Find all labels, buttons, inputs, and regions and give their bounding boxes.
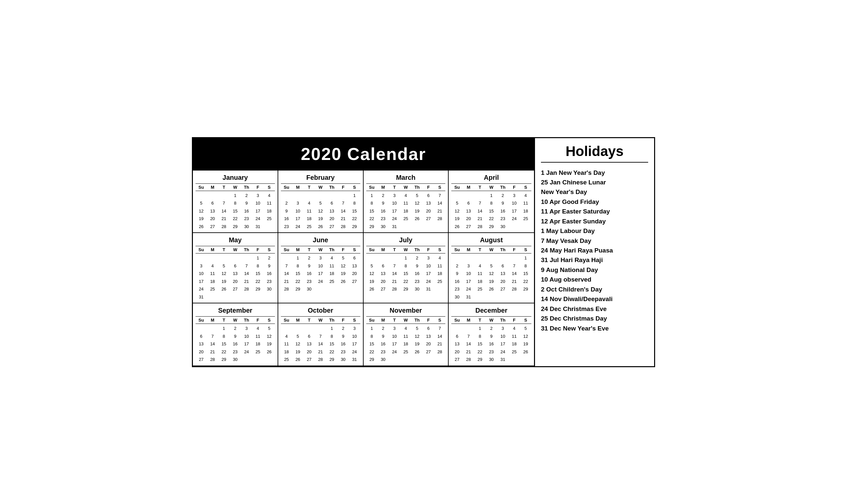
day-cell: 25 [304, 223, 315, 231]
day-cell [195, 192, 207, 200]
day-cell: 23 [338, 348, 349, 356]
day-cell: 4 [281, 332, 292, 340]
day-cell: 20 [497, 277, 508, 286]
day-cell [389, 254, 400, 262]
day-cell: 5 [264, 325, 275, 332]
day-cell [315, 192, 326, 200]
calendar-header: 2020 Calendar [193, 138, 534, 170]
days-grid: 1234567891011121314151617181920212223242… [281, 192, 360, 231]
day-cell [497, 254, 508, 262]
day-cell: 1 [366, 192, 378, 200]
day-cell [326, 192, 338, 200]
day-cell: 6 [497, 262, 508, 270]
day-cell: 17 [497, 340, 508, 348]
day-cell: 8 [400, 262, 411, 270]
day-cell: 10 [389, 332, 400, 340]
day-header: F [508, 318, 520, 323]
day-cell: 17 [252, 207, 263, 215]
day-cell: 24 [252, 215, 263, 223]
day-cell: 4 [400, 325, 411, 332]
day-cell: 7 [315, 332, 326, 340]
day-cell: 28 [218, 223, 230, 231]
day-header: S [434, 318, 445, 323]
day-cell [241, 356, 252, 363]
day-cell: 20 [451, 348, 463, 356]
day-cell: 2 [230, 325, 241, 332]
day-cell [304, 192, 315, 200]
day-cell: 3 [463, 262, 474, 270]
day-cell: 18 [520, 207, 531, 215]
day-cell: 11 [252, 332, 263, 340]
day-cell: 18 [264, 207, 275, 215]
day-cell: 12 [195, 207, 207, 215]
holiday-item: 14 Nov Diwali/Deepavali [541, 294, 648, 304]
day-cell: 16 [338, 340, 349, 348]
day-header: W [486, 318, 497, 323]
day-cell [451, 254, 463, 262]
day-cell: 16 [241, 207, 252, 215]
day-header: Su [366, 185, 378, 190]
day-cell: 8 [230, 199, 241, 207]
day-cell [412, 356, 423, 363]
day-header: T [474, 318, 486, 323]
day-cell: 23 [486, 348, 497, 356]
day-cell: 25 [434, 277, 445, 286]
day-cell: 31 [423, 285, 434, 293]
day-cell [508, 293, 520, 301]
day-cell: 22 [218, 348, 230, 356]
day-cell: 6 [207, 199, 218, 207]
day-cell: 10 [195, 270, 207, 277]
month-block-august: AugustSuMTWThFS1234567891011121314151617… [449, 233, 534, 303]
day-cell: 8 [474, 332, 486, 340]
day-cell [218, 254, 230, 262]
day-cell: 15 [326, 340, 338, 348]
day-cell: 10 [508, 199, 520, 207]
day-cell: 23 [304, 277, 315, 286]
day-cell: 15 [474, 340, 486, 348]
day-header: Th [241, 318, 252, 323]
calendar-container: 2020 Calendar JanuarySuMTWThFS1234567891… [192, 137, 655, 367]
day-cell: 9 [378, 332, 389, 340]
day-cell [486, 254, 497, 262]
day-cell: 6 [463, 199, 474, 207]
day-cell: 6 [423, 325, 434, 332]
holiday-item: 11 Apr Easter Saturday [541, 206, 648, 216]
day-cell: 3 [389, 192, 400, 200]
day-cell: 7 [508, 262, 520, 270]
day-cell: 11 [508, 332, 520, 340]
day-cell: 29 [400, 285, 411, 293]
day-cell [474, 192, 486, 200]
day-header: M [378, 318, 389, 323]
day-cell: 4 [207, 262, 218, 270]
day-cell [463, 192, 474, 200]
day-cell: 7 [241, 262, 252, 270]
day-cell: 19 [264, 340, 275, 348]
month-name: September [195, 305, 275, 316]
day-cell: 8 [486, 199, 497, 207]
day-header: T [474, 247, 486, 252]
day-cell: 14 [434, 332, 445, 340]
day-cell [434, 223, 445, 231]
day-cell: 2 [241, 192, 252, 200]
day-cell: 14 [508, 270, 520, 277]
day-cell: 22 [366, 348, 378, 356]
holidays-title: Holidays [541, 143, 648, 163]
day-cell: 12 [412, 332, 423, 340]
holiday-item: 7 May Vesak Day [541, 236, 648, 246]
day-header: Su [366, 247, 378, 252]
day-cell: 19 [315, 215, 326, 223]
day-cell: 13 [451, 340, 463, 348]
day-cell: 14 [315, 340, 326, 348]
day-cell [508, 356, 520, 363]
day-header: Th [412, 185, 423, 190]
day-cell: 15 [486, 207, 497, 215]
day-cell [304, 325, 315, 332]
month-name: January [195, 173, 275, 183]
day-cell: 9 [264, 262, 275, 270]
day-cell: 28 [241, 285, 252, 293]
day-cell: 11 [474, 270, 486, 277]
month-block-january: JanuarySuMTWThFS123456789101112131415161… [193, 170, 278, 233]
day-cell: 18 [304, 215, 315, 223]
day-cell: 30 [378, 356, 389, 363]
day-cell: 25 [474, 285, 486, 293]
